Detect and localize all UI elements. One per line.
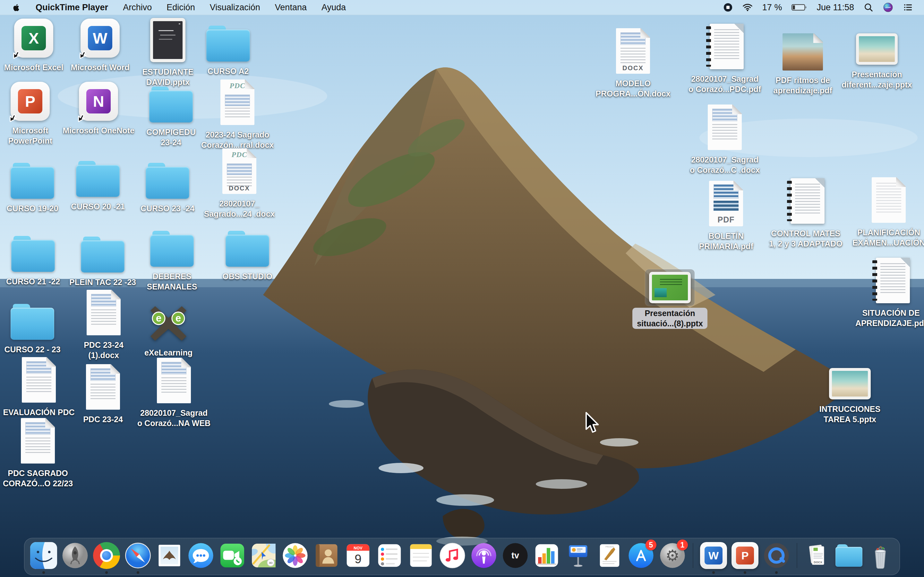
dock-item-powerpoint[interactable]: P [731, 542, 759, 570]
desktop-icon-intrucciones-tarea-5-pptx[interactable]: INTRUCCIONESTAREA 5.pptx [795, 366, 905, 424]
running-indicator [744, 571, 746, 574]
photos-icon [282, 542, 309, 569]
icon-label: Presentacióndiferent...zaje.pptx [842, 69, 912, 90]
pptx-slide-icon [649, 272, 691, 303]
desktop-icon-28020107-sagrado-24-docx[interactable]: PDCDOCX28020107_Sagrado...24 .docx [185, 146, 294, 219]
dock-item-trash[interactable] [866, 542, 895, 570]
folder-icon [145, 163, 189, 199]
icon-label: CURSO A2 [208, 66, 249, 76]
icon-label: PLANIFICACIÓNEXÁMEN...UACIÓN [853, 227, 924, 248]
dock-divider [693, 543, 693, 568]
menu-archivo[interactable]: Archivo [123, 3, 152, 13]
exelearning-app-icon: ee [149, 304, 188, 343]
pptx-slide-icon [829, 368, 871, 400]
dock-item-music[interactable] [438, 542, 467, 570]
icon-thumbnail [702, 21, 748, 72]
running-indicator [137, 571, 139, 574]
podcasts-icon [470, 542, 497, 569]
numbers-icon [533, 542, 560, 569]
siri-icon[interactable] [883, 2, 893, 13]
menu-ayuda[interactable]: Ayuda [321, 3, 346, 13]
icon-label: Presentaciónsituació...(8).pptx [632, 308, 708, 329]
folder-icon [206, 26, 250, 61]
spiral-pdf-file-icon [876, 258, 910, 303]
dock-item-podcasts[interactable] [470, 542, 498, 570]
dock-item-contacts[interactable] [312, 542, 341, 570]
icon-thumbnail: PDF [705, 178, 747, 229]
dock-item-documents-stack[interactable]: DOCX [803, 542, 832, 570]
dock-item-reminders[interactable] [375, 542, 404, 570]
icon-thumbnail [868, 255, 914, 306]
desktop-icon-planificacion-examenes[interactable]: PLANIFICACIÓNEXÁMEN...UACIÓN [834, 175, 924, 248]
dock-item-safari[interactable] [124, 542, 152, 570]
icon-label: OBS STUDIO [222, 271, 272, 282]
macos-desktop: QuickTime Player Archivo Edición Visuali… [0, 0, 924, 577]
dock-item-tv[interactable]: tv [501, 542, 529, 570]
dock-item-launchpad[interactable] [61, 542, 89, 570]
menu-visualizacion[interactable]: Visualización [210, 3, 260, 13]
spiral-pdf-file-icon [790, 178, 825, 224]
desktop-icons: XMicrosoft ExcelWMicrosoft WordESTUDIANT… [0, 0, 924, 577]
desktop-icon-presentacion-situacion-8-pptx[interactable]: Presentaciónsituació...(8).pptx [615, 269, 724, 329]
desktop-icon-28020107-sagrado-na-web[interactable]: 28020107_Sagrado Corazó...NA WEB [120, 355, 228, 428]
running-indicator [775, 571, 778, 574]
dock-item-keynote[interactable] [564, 542, 592, 570]
spiral-pdf-file-icon [710, 24, 744, 69]
dock-item-chrome[interactable] [92, 542, 121, 570]
svg-text:PAGES: PAGES [606, 545, 614, 548]
dock-item-pages[interactable]: PAGES [596, 542, 624, 570]
menu-clock[interactable]: Jue 11:58 [817, 3, 854, 13]
contacts-icon [313, 542, 340, 569]
dock-item-maps[interactable]: 3D [250, 542, 278, 570]
battery-icon[interactable] [792, 4, 807, 11]
document-file-icon [872, 177, 906, 223]
menu-edicion[interactable]: Edición [166, 3, 195, 13]
desktop-icon-curso-a2[interactable]: CURSO A2 [174, 23, 283, 76]
wifi-icon[interactable] [742, 2, 753, 13]
folder-icon [150, 231, 194, 267]
desktop-icon-pdc-sagrado-corazon-22-23[interactable]: PDC SAGRADOCORAZÓ...O 22/23 [0, 416, 92, 488]
desktop-icon-obs-studio[interactable]: OBS STUDIO [193, 228, 302, 282]
icon-thumbnail [153, 355, 195, 406]
desktop-icon-2023-24-sagrado-corazon-rral-docx[interactable]: PDC2023-24 SagradoCorazón...rral.docx [183, 77, 292, 150]
spotlight-search-icon[interactable] [864, 3, 873, 12]
notification-badge: 1 [677, 540, 688, 550]
docx-file-icon: DOCX [616, 28, 650, 74]
notification-badge: 5 [646, 540, 656, 550]
dock-item-calendar[interactable]: NOV9 [344, 542, 372, 570]
dock-item-notes[interactable] [407, 542, 435, 570]
dock-item-photos[interactable] [281, 542, 309, 570]
icon-label: BOLETÍNPRIMARIA.pdf [699, 231, 753, 251]
notification-center-icon[interactable] [903, 2, 913, 13]
app-menu-title[interactable]: QuickTime Player [36, 3, 108, 13]
icon-label: SITUACIÓN DEAPRENDIZAJE.pdf [855, 308, 924, 328]
icon-label: 28020107_Sagrado...24 .docx [204, 198, 275, 219]
dock-item-downloads-folder[interactable] [835, 542, 863, 570]
svg-text:⚙: ⚙ [666, 546, 680, 564]
stop-screen-recording-icon[interactable] [723, 3, 733, 12]
apple-tv-icon: tv [502, 542, 529, 569]
icon-label: 28020107_Sagrado Corazó...NA WEB [137, 408, 210, 428]
icon-thumbnail [146, 228, 198, 269]
running-indicator [105, 571, 108, 574]
powerpoint-dock-icon: P [732, 542, 758, 569]
dock-item-word[interactable]: W [699, 542, 728, 570]
desktop-icon-situacion-de-aprendizaje-pdf[interactable]: SITUACIÓN DEAPRENDIZAJE.pdf [837, 255, 924, 328]
menu-ventana[interactable]: Ventana [275, 3, 307, 13]
running-indicator [712, 571, 715, 574]
dock-item-appstore[interactable]: 5 [627, 542, 655, 570]
dock-item-messages[interactable] [187, 542, 215, 570]
dock-item-numbers[interactable] [533, 542, 561, 570]
dock-item-quicktime[interactable] [762, 542, 790, 570]
icon-thumbnail [779, 31, 827, 73]
desktop-icon-exelearning[interactable]: eeeXeLearning [114, 301, 223, 358]
desktop-icon-28020107-sagrado-c-docx[interactable]: 28020107_Sagrado Corazó...C .docx [670, 102, 779, 175]
dock-divider [796, 543, 797, 568]
desktop-icon-presentacion-diferentes-pptx[interactable]: Presentacióndiferent...zaje.pptx [822, 31, 924, 90]
apple-menu-icon[interactable] [12, 3, 21, 12]
dock-item-system-preferences[interactable]: ⚙1 [658, 542, 687, 570]
dock-item-facetime[interactable] [218, 542, 246, 570]
dock-item-mail[interactable] [155, 542, 184, 570]
dock-item-finder[interactable] [29, 542, 58, 570]
alias-arrow-icon [78, 48, 89, 60]
